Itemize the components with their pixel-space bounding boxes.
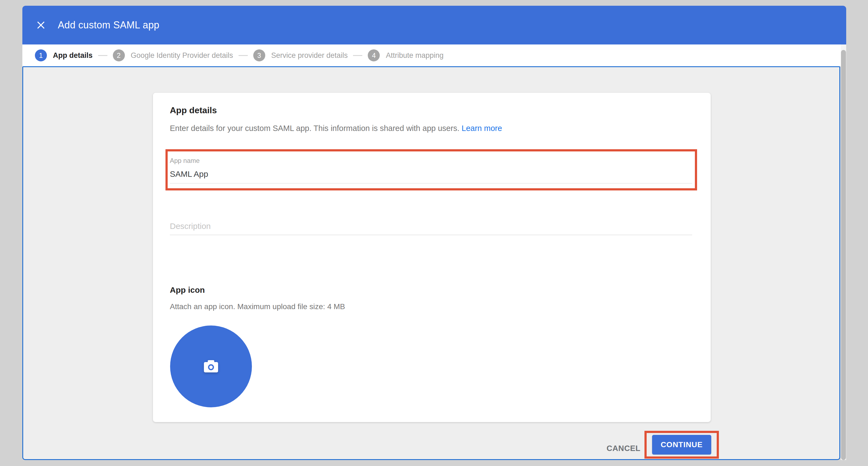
step-service-provider-details: 3 Service provider details <box>253 49 353 61</box>
app-details-card: App details Enter details for your custo… <box>153 93 711 422</box>
section-description: Enter details for your custom SAML app. … <box>170 124 502 133</box>
step-attribute-mapping: 4 Attribute mapping <box>368 49 449 61</box>
cancel-button[interactable]: CANCEL <box>607 442 640 455</box>
step-1-circle: 1 <box>35 49 47 61</box>
wizard-stepper: 1 App details 2 Google Identity Provider… <box>22 45 846 66</box>
app-name-underline <box>170 183 692 184</box>
section-description-text: Enter details for your custom SAML app. … <box>170 124 459 133</box>
app-icon-help-text: Attach an app icon. Maximum upload file … <box>170 302 345 311</box>
step-3-circle: 3 <box>253 49 265 61</box>
step-2-label: Google Identity Provider details <box>131 51 233 60</box>
annotation-box-app-name: App name SAML App <box>165 149 697 191</box>
app-name-input[interactable]: SAML App <box>170 169 208 179</box>
step-3-label: Service provider details <box>271 51 348 60</box>
app-name-label: App name <box>170 157 199 165</box>
app-icon-upload-button[interactable] <box>170 325 252 407</box>
annotation-box-continue: CONTINUE <box>645 431 719 459</box>
step-divider <box>98 55 107 56</box>
dialog-header: Add custom SAML app <box>22 6 846 45</box>
camera-icon <box>204 360 218 373</box>
step-google-idp-details: 2 Google Identity Provider details <box>113 49 239 61</box>
step-2-circle: 2 <box>113 49 125 61</box>
step-divider <box>239 55 248 56</box>
step-1-label: App details <box>53 51 93 60</box>
dialog-content-area: App details Enter details for your custo… <box>22 66 840 460</box>
scrollbar-thumb[interactable] <box>841 50 846 460</box>
step-app-details: 1 App details <box>35 49 98 61</box>
description-underline <box>170 235 692 235</box>
close-x-glyph <box>37 21 45 29</box>
description-input[interactable]: Description <box>170 222 211 231</box>
step-4-label: Attribute mapping <box>386 51 443 60</box>
close-icon[interactable] <box>35 19 47 31</box>
step-divider <box>353 55 362 56</box>
continue-button[interactable]: CONTINUE <box>652 435 711 455</box>
step-4-circle: 4 <box>368 49 380 61</box>
section-title: App details <box>170 105 217 115</box>
dialog-title: Add custom SAML app <box>58 19 159 31</box>
learn-more-link[interactable]: Learn more <box>462 124 502 133</box>
app-icon-title: App icon <box>170 285 205 295</box>
